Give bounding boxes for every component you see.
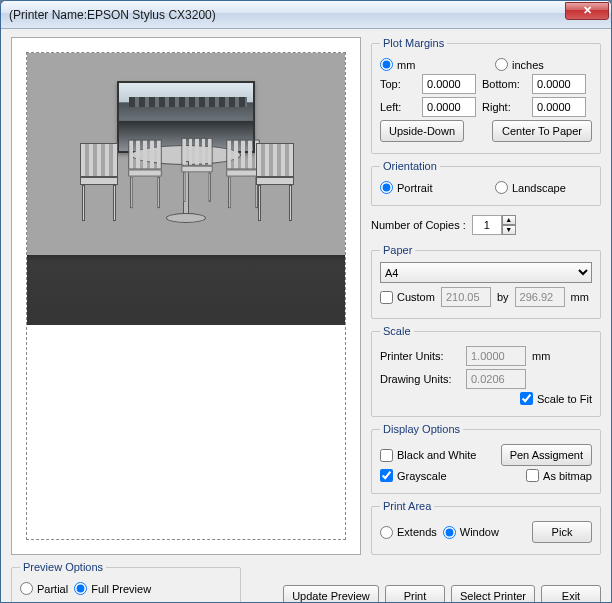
portrait-radio[interactable]: Portrait	[380, 181, 477, 194]
bw-checkbox[interactable]: Black and White	[380, 449, 495, 462]
left-label: Left:	[380, 101, 416, 113]
preview-options-group: Preview Options Partial Full Preview	[11, 561, 241, 603]
pick-button[interactable]: Pick	[532, 521, 592, 543]
bottom-label: Bottom:	[482, 78, 526, 90]
window-title: (Printer Name:EPSON Stylus CX3200)	[9, 8, 565, 22]
display-options-group: Display Options Black and White Pen Assi…	[371, 423, 601, 494]
update-preview-button[interactable]: Update Preview	[283, 585, 379, 603]
paper-by-label: by	[497, 291, 509, 303]
margin-top-input[interactable]	[422, 74, 476, 94]
copies-label: Number of Copies :	[371, 219, 466, 231]
exit-button[interactable]: Exit	[541, 585, 601, 603]
print-area-group: Print Area Extends Window Pick	[371, 500, 601, 555]
scale-to-fit-checkbox[interactable]: Scale to Fit	[520, 392, 592, 405]
preview-pane	[11, 37, 361, 555]
page-outline	[26, 52, 346, 540]
right-label: Right:	[482, 101, 526, 113]
margin-left-input[interactable]	[422, 97, 476, 117]
print-button[interactable]: Print	[385, 585, 445, 603]
close-button[interactable]: ✕	[565, 2, 609, 20]
paper-height-input	[515, 287, 565, 307]
margin-right-input[interactable]	[532, 97, 586, 117]
orientation-legend: Orientation	[380, 160, 440, 172]
copies-up[interactable]: ▲	[502, 215, 516, 225]
extends-radio[interactable]: Extends	[380, 526, 437, 539]
upside-down-button[interactable]: Upside-Down	[380, 120, 464, 142]
scale-legend: Scale	[380, 325, 414, 337]
scale-unit-label: mm	[532, 350, 550, 362]
drawing-units-input	[466, 369, 526, 389]
unit-inches-radio[interactable]: inches	[495, 58, 592, 71]
paper-width-input	[441, 287, 491, 307]
copies-down[interactable]: ▼	[502, 225, 516, 235]
printer-units-input	[466, 346, 526, 366]
paper-unit-label: mm	[571, 291, 589, 303]
select-printer-button[interactable]: Select Printer	[451, 585, 535, 603]
margin-bottom-input[interactable]	[532, 74, 586, 94]
close-icon: ✕	[583, 4, 592, 16]
pen-assignment-button[interactable]: Pen Assigment	[501, 444, 592, 466]
orientation-group: Orientation Portrait Landscape	[371, 160, 601, 206]
drawing-units-label: Drawing Units:	[380, 373, 460, 385]
window-radio[interactable]: Window	[443, 526, 499, 539]
grayscale-checkbox[interactable]: Grayscale	[380, 469, 520, 482]
unit-mm-radio[interactable]: mm	[380, 58, 477, 71]
display-options-legend: Display Options	[380, 423, 463, 435]
top-label: Top:	[380, 78, 416, 90]
paper-group: Paper A4 Custom by mm	[371, 244, 601, 319]
furniture-group	[86, 111, 286, 231]
paper-select[interactable]: A4	[380, 262, 592, 283]
custom-paper-checkbox[interactable]: Custom	[380, 291, 435, 304]
printer-units-label: Printer Units:	[380, 350, 460, 362]
landscape-radio[interactable]: Landscape	[495, 181, 592, 194]
print-area-legend: Print Area	[380, 500, 434, 512]
scale-group: Scale Printer Units: mm Drawing Units: S…	[371, 325, 601, 417]
paper-legend: Paper	[380, 244, 415, 256]
center-to-paper-button[interactable]: Center To Paper	[492, 120, 592, 142]
full-preview-radio[interactable]: Full Preview	[74, 582, 151, 595]
copies-input[interactable]	[472, 215, 502, 235]
plot-margins-group: Plot Margins mm inches Top: Bottom: Left…	[371, 37, 601, 154]
titlebar[interactable]: (Printer Name:EPSON Stylus CX3200) ✕	[1, 1, 611, 29]
as-bitmap-checkbox[interactable]: As bitmap	[526, 469, 592, 482]
plot-margins-legend: Plot Margins	[380, 37, 447, 49]
preview-options-legend: Preview Options	[20, 561, 106, 573]
partial-radio[interactable]: Partial	[20, 582, 68, 595]
